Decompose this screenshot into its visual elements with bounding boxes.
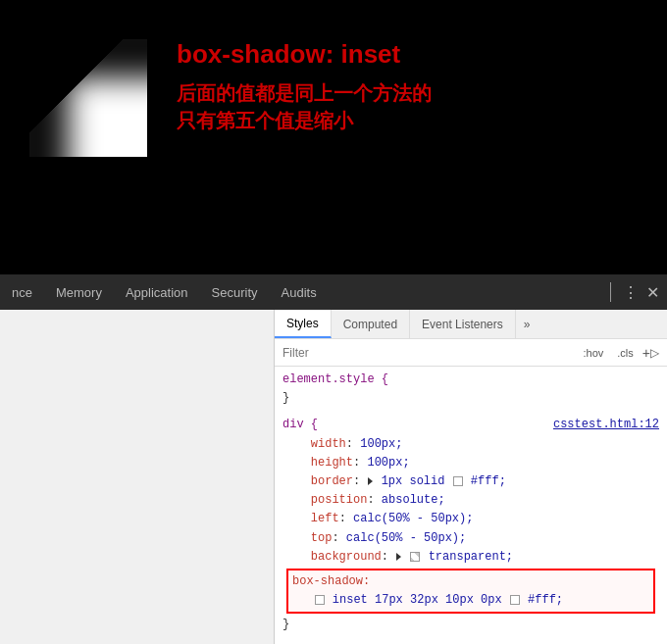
- div-selector-line: div { csstest.html:12: [282, 416, 659, 434]
- tab-event-listeners[interactable]: Event Listeners: [410, 310, 516, 338]
- div-close-line: }: [282, 616, 659, 634]
- tab-performance[interactable]: nce: [0, 274, 44, 310]
- tab-more[interactable]: »: [516, 318, 539, 331]
- css-border-line: border: 1px solid #fff;: [282, 472, 659, 491]
- css-top-line: top: calc(50% - 50px);: [282, 529, 659, 548]
- tab-computed[interactable]: Computed: [332, 310, 410, 338]
- demo-text: box-shadow: inset 后面的值都是同上一个方法的 只有第五个值是缩…: [177, 39, 432, 134]
- devtools-tabs: nce Memory Application Security Audits: [0, 274, 606, 310]
- devtools-separator: [610, 282, 611, 302]
- css-boxshadow-value-line: inset 17px 32px 10px 0px #fff;: [292, 591, 649, 610]
- div-rule: div { csstest.html:12 width: 100px; heig…: [275, 412, 667, 638]
- more-options-icon[interactable]: ⋮: [623, 283, 639, 302]
- demo-title: box-shadow: inset: [177, 39, 432, 70]
- add-style-button[interactable]: +: [642, 345, 650, 361]
- element-style-selector: element.style {: [282, 371, 659, 389]
- css-position-line: position: absolute;: [282, 491, 659, 510]
- hov-button[interactable]: :hov: [579, 346, 609, 360]
- bg-color-swatch[interactable]: [410, 552, 420, 562]
- demo-section: box-shadow: inset 后面的值都是同上一个方法的 只有第五个值是缩…: [0, 0, 667, 274]
- border-triangle-icon: [368, 477, 373, 485]
- styles-tabs: Styles Computed Event Listeners »: [275, 310, 667, 339]
- boxshadow-color-swatch[interactable]: [315, 595, 325, 605]
- tab-memory[interactable]: Memory: [44, 274, 114, 310]
- tab-styles[interactable]: Styles: [275, 310, 332, 338]
- element-style-close: }: [282, 389, 659, 408]
- close-icon[interactable]: ✕: [646, 283, 659, 302]
- tab-audits[interactable]: Audits: [270, 274, 329, 310]
- demo-subtitle: 后面的值都是同上一个方法的 只有第五个值是缩小: [177, 79, 432, 134]
- css-height-line: height: 100px;: [282, 454, 659, 472]
- css-content: element.style { } div { csstest.html:12 …: [275, 367, 667, 644]
- source-link[interactable]: csstest.html:12: [553, 416, 659, 434]
- devtools-tabbar: nce Memory Application Security Audits ⋮…: [0, 274, 667, 310]
- bg-triangle-icon: [396, 553, 401, 561]
- css-width-line: width: 100px;: [282, 435, 659, 454]
- boxshadow-color-swatch2[interactable]: [510, 595, 520, 605]
- filter-bar: :hov .cls + ▷: [275, 339, 667, 367]
- bottom-panel: Styles Computed Event Listeners » :hov .…: [0, 310, 667, 644]
- css-background-line: background: transparent;: [282, 548, 659, 567]
- css-left-line: left: calc(50% - 50px);: [282, 510, 659, 528]
- cls-button[interactable]: .cls: [612, 346, 639, 360]
- css-boxshadow-line: box-shadow:: [292, 572, 649, 591]
- left-panel: [0, 310, 275, 644]
- border-color-swatch[interactable]: [453, 476, 463, 486]
- tab-application[interactable]: Application: [114, 274, 200, 310]
- devtools-icon-group: ⋮ ✕: [606, 282, 667, 302]
- box-shadow-demo: [29, 39, 147, 157]
- filter-expand-icon: ▷: [650, 346, 659, 360]
- box-shadow-highlight: box-shadow: inset 17px 32px 10px 0px #ff…: [286, 569, 655, 614]
- tab-security[interactable]: Security: [200, 274, 270, 310]
- filter-buttons: :hov .cls +: [579, 345, 650, 361]
- styles-panel: Styles Computed Event Listeners » :hov .…: [275, 310, 667, 644]
- element-style-rule: element.style { }: [275, 367, 667, 412]
- filter-input[interactable]: [282, 346, 579, 360]
